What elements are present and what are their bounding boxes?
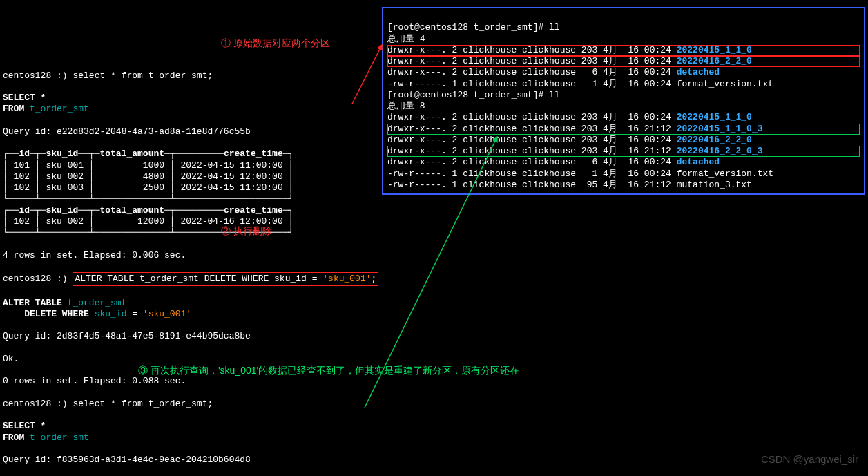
ls-listing-1: drwxr-x---. 2 clickhouse clickhouse 203 …	[387, 45, 860, 90]
query-id-label: Query id:	[3, 455, 57, 465]
ok-message: Ok.	[3, 354, 19, 364]
ls-perm: drwxr-x---. 2 clickhouse clickhouse 203 …	[387, 45, 677, 55]
command-text: select * from t_order_smt;	[73, 70, 213, 81]
ls-row: drwxr-x---. 2 clickhouse clickhouse 203 …	[387, 112, 860, 123]
ls-filename: 20220416_2_2_0	[677, 56, 752, 66]
shell-prompt: [root@centos128 t_order_smt]#	[387, 22, 549, 32]
rows-message: 0 rows in set. Elapsed: 0.088 sec.	[3, 376, 186, 386]
query-id: f835963d-a3d1-4e4c-9eac-204210b604d8	[57, 455, 251, 465]
sql-keyword: FROM	[3, 432, 30, 443]
rows-message: 4 rows in set. Elapsed: 0.006 sec.	[3, 250, 186, 260]
table-name: t_order_smt	[30, 104, 89, 114]
ls-row: drwxr-x---. 2 clickhouse clickhouse 203 …	[387, 124, 860, 135]
shell-cmd: ll	[549, 22, 560, 32]
sql-keyword: SELECT *	[3, 421, 46, 431]
query-id: e22d83d2-2048-4a73-ad8a-11e8d776c55b	[57, 126, 251, 137]
string-literal: 'sku_001'	[143, 309, 191, 319]
ls-perm: -rw-r-----. 1 clickhouse clickhouse 1 4月…	[387, 79, 677, 89]
ls-filename: format_version.txt	[677, 169, 773, 179]
prompt: centos128 :)	[3, 399, 73, 409]
table-name: t_order_smt	[30, 432, 89, 443]
ls-row: drwxr-x---. 2 clickhouse clickhouse 203 …	[387, 146, 860, 157]
ls-row: drwxr-x---. 2 clickhouse clickhouse 203 …	[387, 45, 860, 56]
query-id-label: Query id:	[3, 331, 57, 341]
annotation-1: ① 原始数据对应两个分区	[221, 37, 330, 50]
ls-perm: -rw-r-----. 1 clickhouse clickhouse 95 4…	[387, 180, 677, 190]
ls-filename: 20220416_2_2_0_3	[677, 146, 763, 156]
ls-row: -rw-r-----. 1 clickhouse clickhouse 95 4…	[387, 180, 860, 191]
ls-row: -rw-r-----. 1 clickhouse clickhouse 1 4月…	[387, 169, 860, 180]
total-line: 总用量 8	[387, 101, 425, 111]
alter-command-highlight: ALTER TABLE t_order_smt DELETE WHERE sku…	[73, 272, 378, 286]
table-name: t_order_smt	[68, 298, 127, 308]
ls-filename: 20220415_1_1_0	[677, 45, 752, 55]
watermark: CSDN @yangwei_sir	[761, 453, 858, 466]
sql-keyword: ALTER TABLE	[3, 298, 68, 308]
annotation-2: ② 执行删除	[221, 225, 272, 238]
column-name: sku_id	[95, 309, 127, 319]
ls-filename: format_version.txt	[677, 79, 773, 89]
ls-filename: 20220416_2_2_0	[677, 135, 752, 145]
shell-cmd: ll	[549, 90, 560, 100]
query-id: 2d83f4d5-48a1-47e5-8191-e44b95dca8be	[57, 331, 251, 341]
command-text: select * from t_order_smt;	[73, 399, 213, 409]
sql-keyword: SELECT *	[3, 93, 46, 103]
ls-perm: -rw-r-----. 1 clickhouse clickhouse 1 4月…	[387, 169, 677, 179]
sql-keyword: FROM	[3, 104, 30, 114]
ls-perm: drwxr-x---. 2 clickhouse clickhouse 203 …	[387, 112, 677, 122]
ls-perm: drwxr-x---. 2 clickhouse clickhouse 6 4月…	[387, 157, 677, 167]
ls-filename: detached	[677, 67, 720, 77]
ls-row: drwxr-x---. 2 clickhouse clickhouse 6 4月…	[387, 157, 860, 168]
ls-perm: drwxr-x---. 2 clickhouse clickhouse 203 …	[387, 124, 677, 134]
ls-row: -rw-r-----. 1 clickhouse clickhouse 1 4月…	[387, 79, 860, 90]
ls-listing-2: drwxr-x---. 2 clickhouse clickhouse 203 …	[387, 112, 860, 191]
ls-row: drwxr-x---. 2 clickhouse clickhouse 6 4月…	[387, 67, 860, 78]
ls-filename: mutation_3.txt	[677, 180, 752, 190]
sql-keyword: DELETE WHERE	[3, 309, 95, 319]
total-line: 总用量 4	[387, 34, 425, 44]
ls-perm: drwxr-x---. 2 clickhouse clickhouse 6 4月…	[387, 67, 677, 77]
ls-perm: drwxr-x---. 2 clickhouse clickhouse 203 …	[387, 56, 677, 66]
prompt: centos128 :)	[3, 70, 73, 81]
prompt: centos128 :)	[3, 274, 73, 284]
query-id-label: Query id:	[3, 126, 57, 137]
ls-filename: 20220415_1_1_0_3	[677, 124, 763, 134]
ls-row: drwxr-x---. 2 clickhouse clickhouse 203 …	[387, 56, 860, 67]
ls-perm: drwxr-x---. 2 clickhouse clickhouse 203 …	[387, 146, 677, 156]
shell-prompt: [root@centos128 t_order_smt]#	[387, 90, 549, 100]
ls-perm: drwxr-x---. 2 clickhouse clickhouse 203 …	[387, 135, 677, 145]
annotation-3: ③ 再次执行查询，'sku_001'的数据已经查不到了，但其实是重建了新分区，原…	[138, 365, 519, 377]
ls-row: drwxr-x---. 2 clickhouse clickhouse 203 …	[387, 135, 860, 146]
shell-panel: [root@centos128 t_order_smt]# ll 总用量 4 d…	[382, 7, 865, 195]
ls-filename: 20220415_1_1_0	[677, 112, 752, 122]
ls-filename: detached	[677, 157, 720, 167]
